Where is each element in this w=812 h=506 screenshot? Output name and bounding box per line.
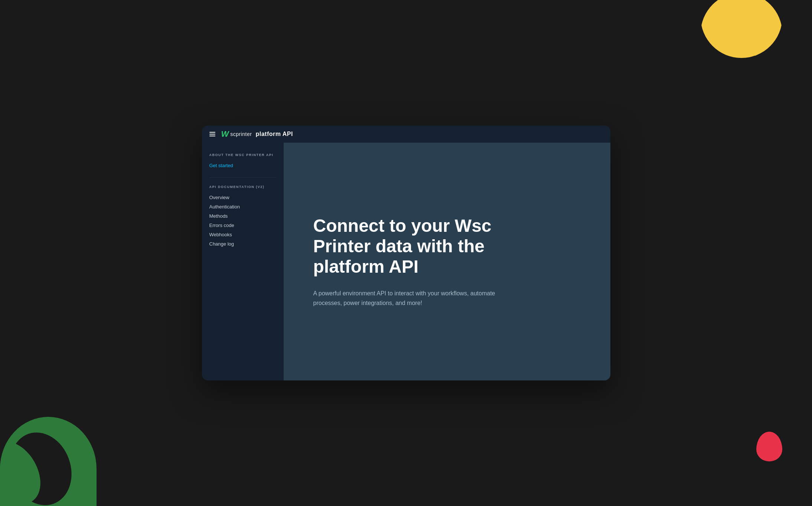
sidebar-link-authentication[interactable]: Authentication [209,202,276,211]
hero-content: Connect to your Wsc Printer data with th… [284,143,610,380]
brand-logo-w: W [221,130,229,138]
browser-window: W scprinter platform API ABOUT THE WSC P… [202,126,610,380]
sidebar-link-change-log[interactable]: Change log [209,240,276,248]
brand-api: platform API [255,131,293,137]
sidebar-link-get-started[interactable]: Get started [209,161,276,170]
sidebar-link-errors-code[interactable]: Errors code [209,221,276,230]
brand-name: scprinter [230,131,252,137]
sidebar-link-methods[interactable]: Methods [209,212,276,220]
yellow-decoration [701,0,782,74]
sidebar: ABOUT THE WSC PRINTER API Get started AP… [202,143,284,380]
sidebar-divider [209,177,276,178]
sidebar-section-api-title: API DOCUMENTATION (V2) [209,185,276,189]
red-decoration [756,432,782,461]
hero-description: A powerful environment API to interact w… [313,289,499,308]
green-decoration [0,417,97,506]
main-content: ABOUT THE WSC PRINTER API Get started AP… [202,143,610,380]
sidebar-section-about-title: ABOUT THE WSC PRINTER API [209,153,276,157]
sidebar-link-webhooks[interactable]: Webhooks [209,230,276,239]
sidebar-link-overview[interactable]: Overview [209,193,276,202]
hamburger-icon[interactable] [209,132,215,136]
brand-logo: W scprinter platform API [221,130,293,138]
hero-title: Connect to your Wsc Printer data with th… [313,215,536,277]
browser-toolbar: W scprinter platform API [202,126,610,143]
